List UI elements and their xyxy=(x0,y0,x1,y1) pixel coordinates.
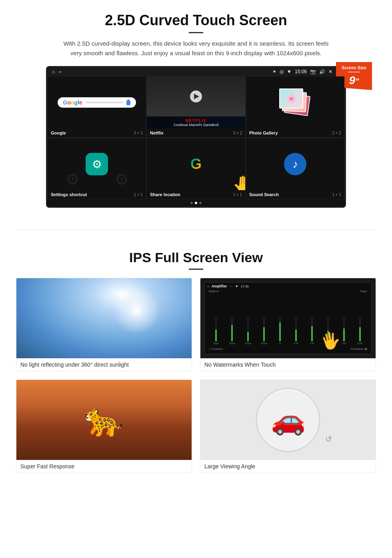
app-grid-bottom: ⚙ ⚙ ⚙ Settings shortcut 1 × 1 xyxy=(47,138,345,199)
netflix-app-size: 3 × 2 xyxy=(233,131,242,135)
badge-label: Screen Size xyxy=(338,65,370,70)
feature-cheetah: 🐆 Super Fast Response xyxy=(16,379,192,473)
eq-bar-label: 200hz xyxy=(245,342,251,345)
eq-bar-fill xyxy=(359,327,361,341)
cheetah-silhouette: 🐆 xyxy=(84,401,124,439)
eq-bar-track xyxy=(263,317,265,341)
wifi-icon: ▼ xyxy=(287,69,292,74)
settings-cell-top: ⚙ ⚙ ⚙ xyxy=(48,138,146,190)
eq-bar-fill xyxy=(311,326,313,341)
google-app-name: Google xyxy=(51,130,66,135)
ips-title-divider xyxy=(189,269,203,270)
google-logo: Google xyxy=(63,99,82,106)
netflix-cell-top: NETFLIX Continue Marvel's Daredevil xyxy=(147,76,245,128)
app-cell-gallery[interactable]: 🌸 Photo Gallery 2 × 2 xyxy=(246,76,345,138)
usb-icon: ⌐ xyxy=(59,69,62,74)
section1-title: 2.5D Curved Touch Screen xyxy=(24,12,368,29)
section2-title: IPS Full Screen View xyxy=(16,250,376,265)
volume-icon: 🔊 xyxy=(319,69,325,74)
app-cell-sound[interactable]: ♪ Sound Search 1 × 1 xyxy=(246,138,345,199)
settings-app-size: 1 × 1 xyxy=(134,193,143,197)
hand-touch-icon: 🤚 xyxy=(232,175,245,190)
google-search-bar[interactable]: Google xyxy=(58,97,136,108)
gmaps-letter: G xyxy=(190,156,202,173)
eq-bar-col: 100hz xyxy=(225,317,240,345)
eq-bar-track xyxy=(359,317,361,341)
gallery-app-name: Photo Gallery xyxy=(249,130,278,135)
google-app-size: 3 × 1 xyxy=(134,131,143,135)
eq-bar-col: SUB xyxy=(352,317,367,345)
cheetah-image: 🐆 xyxy=(16,380,192,460)
photo-card-1: 🌸 xyxy=(279,88,303,108)
eq-bar-fill xyxy=(279,322,281,341)
eq-bar-col: 60hz xyxy=(209,317,224,345)
eq-bar-fill xyxy=(247,332,249,341)
eq-bar-col: 200hz xyxy=(241,317,256,345)
section-ips: IPS Full Screen View No light reflecting… xyxy=(0,242,392,485)
eq-bar-label: 10k xyxy=(310,342,314,345)
car-caption: Large Viewing Angle xyxy=(200,460,376,473)
play-button[interactable] xyxy=(190,90,202,102)
sound-cell-top: ♪ xyxy=(246,138,344,190)
feature-car: 🚗 ↺ Large Viewing Angle xyxy=(200,379,376,473)
app-cell-share[interactable]: G 🤚 Share location 1 × 1 xyxy=(146,138,246,199)
netflix-overlay: NETFLIX Continue Marvel's Daredevil xyxy=(147,116,245,128)
status-bar-right: ✶ ◎ ▼ 15:06 📷 🔊 ✕ ▭ xyxy=(272,69,340,74)
sound-cell-label: Sound Search 1 × 1 xyxy=(246,190,344,199)
car-top-view-icon: 🚗 xyxy=(271,403,306,436)
eq-bar-track xyxy=(295,317,297,341)
pagination-dots xyxy=(47,199,345,207)
eq-bar-label: 15k xyxy=(342,342,346,345)
eq-bar-label: 500hz xyxy=(261,342,267,345)
cheetah-caption: Super Fast Response xyxy=(16,460,192,473)
device-screen: ⌂ ⌐ ✶ ◎ ▼ 15:06 📷 🔊 ✕ ▭ xyxy=(46,66,346,208)
share-app-name: Share location xyxy=(150,192,180,197)
feature-sunlight: No light reflecting under 360° direct su… xyxy=(16,278,192,371)
section1-description: With 2.5D curved-display screen, this de… xyxy=(60,39,332,58)
amp-labels: Balance Fader xyxy=(207,290,369,293)
gallery-cell-label: Photo Gallery 2 × 2 xyxy=(246,128,344,137)
sound-icon-bg: ♪ xyxy=(284,153,306,175)
bg-gear-icon: ⚙ xyxy=(65,170,80,189)
gallery-app-size: 2 × 2 xyxy=(332,131,341,135)
car-image: 🚗 ↺ xyxy=(200,380,376,460)
amp-wifi: ▼ xyxy=(235,285,238,288)
share-cell-label: Share location 1 × 1 xyxy=(147,190,245,199)
title-divider xyxy=(189,32,203,33)
app-cell-settings[interactable]: ⚙ ⚙ ⚙ Settings shortcut 1 × 1 xyxy=(47,138,146,199)
app-cell-netflix[interactable]: NETFLIX Continue Marvel's Daredevil Netf… xyxy=(146,76,246,138)
device-mockup: Screen Size 9" ⌂ ⌐ ✶ ◎ ▼ 15:06 📷 🔊 xyxy=(40,66,352,208)
bg-gear-icon-2: ⚙ xyxy=(114,170,129,189)
status-bar-left: ⌂ ⌐ xyxy=(52,69,62,74)
camera-icon: 📷 xyxy=(310,69,316,74)
play-triangle xyxy=(194,94,199,99)
app-grid-top: Google Google 3 × 1 xyxy=(47,76,345,138)
dot-2 xyxy=(195,202,197,204)
amp-title: Amplifier xyxy=(212,284,227,288)
app-cell-google[interactable]: Google Google 3 × 1 xyxy=(47,76,146,138)
eq-bar-label: 100hz xyxy=(229,342,235,345)
eq-bar-track xyxy=(231,317,233,341)
flower-icon: 🌸 xyxy=(286,94,296,103)
eq-bar-col: 500hz xyxy=(257,317,272,345)
dot-3 xyxy=(199,202,202,204)
search-bar-input xyxy=(86,102,124,103)
eq-bar-track xyxy=(279,317,281,341)
amp-topbar: ⌂ Amplifier ⋯ ▼ 17:33 xyxy=(207,284,369,288)
amp-eq-area: 60hz100hz200hz500hz1k2.5k10k12.5k15kSUB xyxy=(207,293,369,345)
eq-bar-label: 60hz xyxy=(214,342,219,345)
eq-bar-fill xyxy=(215,329,217,341)
car-circle: 🚗 xyxy=(256,388,320,452)
feature-grid: No light reflecting under 360° direct su… xyxy=(16,278,376,473)
clock: 15:06 xyxy=(295,69,307,74)
amp-hand-icon: 🖐 xyxy=(319,330,342,352)
sound-app-size: 1 × 1 xyxy=(332,193,341,197)
home-icon: ⌂ xyxy=(52,69,55,74)
badge-divider xyxy=(348,72,360,72)
amp-screen: ⌂ Amplifier ⋯ ▼ 17:33 Balance Fader 60hz… xyxy=(204,282,372,354)
amp-menu-icon: ⋯ xyxy=(230,285,233,288)
gmaps-icon: G xyxy=(185,153,207,175)
eq-bar-track xyxy=(311,317,313,341)
dot-1 xyxy=(190,202,193,204)
eq-bar-label: 2.5k xyxy=(294,342,298,345)
